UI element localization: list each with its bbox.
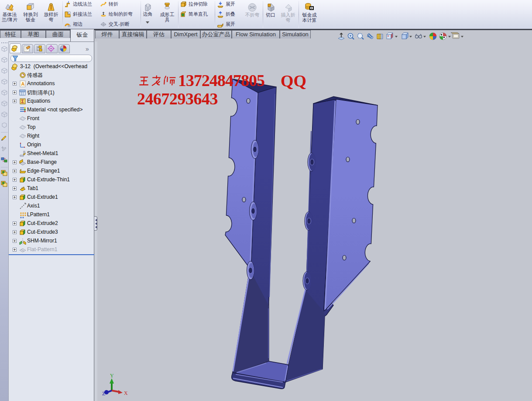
svg-text:X: X — [124, 390, 128, 396]
svg-text:Y: Y — [110, 373, 114, 379]
svg-text:Z: Z — [102, 391, 105, 397]
